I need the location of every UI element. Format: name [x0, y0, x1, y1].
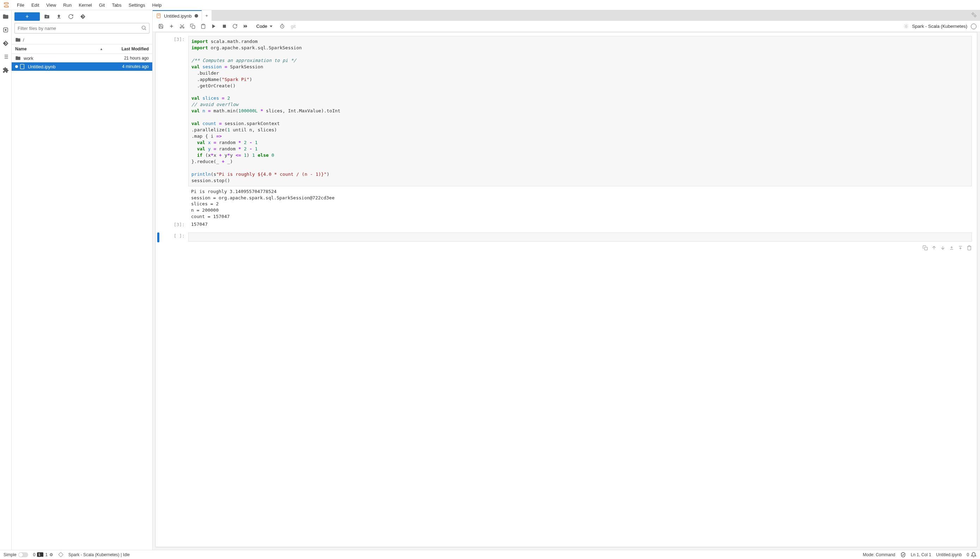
- menu-kernel[interactable]: Kernel: [75, 1, 96, 9]
- insert-below-icon[interactable]: [958, 245, 963, 250]
- file-browser-panel: + / Name▲ Last Modified work21 hours ago…: [12, 10, 153, 550]
- debugger-icon[interactable]: [901, 22, 910, 31]
- timing-icon[interactable]: [277, 22, 287, 31]
- save-icon[interactable]: [156, 22, 165, 31]
- file-modified: 4 minutes ago: [103, 64, 149, 69]
- running-dot: [15, 65, 18, 68]
- git-branch-icon[interactable]: [58, 552, 63, 557]
- status-bar: Simple 0$_1⚙ Spark - Scala (Kubernetes) …: [0, 550, 980, 559]
- active-code-cell[interactable]: [ ]:: [156, 229, 977, 245]
- activity-bar: [0, 10, 12, 550]
- menu-settings[interactable]: Settings: [125, 1, 149, 9]
- svg-marker-32: [245, 25, 247, 28]
- terminals-count[interactable]: 0: [33, 552, 36, 557]
- jupyter-logo[interactable]: [3, 2, 10, 8]
- simple-toggle[interactable]: [18, 552, 28, 557]
- menu-run[interactable]: Run: [60, 1, 75, 9]
- svg-rect-6: [5, 29, 7, 31]
- notebook-icon: [19, 64, 26, 69]
- cut-icon[interactable]: [177, 22, 186, 31]
- copy-icon[interactable]: [188, 22, 197, 31]
- add-cell-icon[interactable]: [167, 22, 176, 31]
- notification-count: 0: [967, 552, 969, 557]
- svg-point-23: [180, 27, 181, 28]
- paste-icon[interactable]: [199, 22, 207, 31]
- svg-rect-35: [925, 247, 927, 250]
- tab-dirty-indicator: [195, 14, 198, 18]
- stdout-output: Pi is roughly 3.140955704778524 session …: [188, 186, 972, 221]
- column-modified-header[interactable]: Last Modified: [103, 46, 149, 51]
- svg-rect-15: [20, 64, 24, 69]
- tab-untitled[interactable]: Untitled.ipynb: [153, 10, 202, 21]
- refresh-icon[interactable]: [66, 12, 76, 21]
- cell-type-select[interactable]: Code: [254, 23, 274, 30]
- menu-view[interactable]: View: [43, 1, 60, 9]
- cursor-position[interactable]: Ln 1, Col 1: [911, 552, 931, 557]
- menu-git[interactable]: Git: [96, 1, 109, 9]
- svg-point-1: [4, 6, 8, 7]
- file-row[interactable]: Untitled.ipynb4 minutes ago: [12, 62, 152, 71]
- delete-cell-icon[interactable]: [967, 245, 972, 250]
- kernel-name[interactable]: Spark - Scala (Kubernetes): [912, 23, 967, 29]
- mode-indicator[interactable]: Mode: Command: [863, 552, 895, 557]
- new-launcher-button[interactable]: +: [15, 12, 40, 21]
- property-inspector-icon[interactable]: [971, 12, 977, 18]
- filter-files-input[interactable]: [15, 23, 149, 33]
- bell-icon[interactable]: [971, 552, 977, 557]
- result-output: 157047: [188, 221, 972, 228]
- breadcrumb-root[interactable]: /: [23, 37, 24, 43]
- svg-rect-27: [192, 26, 195, 28]
- menu-tabs[interactable]: Tabs: [108, 1, 125, 9]
- menu-bar: FileEditViewRunKernelGitTabsSettingsHelp: [0, 0, 980, 10]
- filename-status[interactable]: Untitled.ipynb: [936, 552, 962, 557]
- svg-point-13: [142, 26, 145, 29]
- breadcrumb[interactable]: /: [12, 36, 152, 45]
- cell-collapser[interactable]: [157, 233, 159, 242]
- svg-marker-31: [244, 25, 245, 28]
- file-browser-icon[interactable]: [2, 13, 9, 20]
- extensions-icon[interactable]: [2, 66, 9, 74]
- input-prompt-empty: [ ]:: [161, 233, 188, 241]
- notebook-content: [3]: import scala.math.random import org…: [156, 32, 977, 547]
- restart-run-all-icon[interactable]: [241, 22, 250, 31]
- kernel-status-icon[interactable]: [971, 23, 977, 29]
- code-cell[interactable]: [3]: import scala.math.random import org…: [156, 32, 977, 221]
- run-icon[interactable]: [209, 22, 218, 31]
- add-tab-button[interactable]: +: [202, 10, 212, 21]
- running-icon[interactable]: [2, 26, 9, 33]
- menu-help[interactable]: Help: [149, 1, 165, 9]
- notebook-area: Untitled.ipynb + Code git: [153, 10, 980, 550]
- svg-point-4: [8, 3, 9, 3]
- tab-title: Untitled.ipynb: [164, 13, 192, 19]
- empty-code-input[interactable]: [188, 233, 972, 241]
- file-list: work21 hours agoUntitled.ipynb4 minutes …: [12, 54, 152, 550]
- kernel-status-text[interactable]: Spark - Scala (Kubernetes) | Idle: [68, 552, 130, 557]
- menu-file[interactable]: File: [13, 1, 28, 9]
- notebook-toolbar: Code git Spark - Scala (Kubernetes): [153, 21, 980, 32]
- git-clone-icon[interactable]: [78, 12, 88, 21]
- stop-icon[interactable]: [220, 22, 229, 31]
- lightning-icon: ⚙: [49, 552, 53, 557]
- git-icon[interactable]: [2, 40, 9, 47]
- notebook-icon: [156, 13, 161, 18]
- svg-point-24: [182, 27, 184, 28]
- git-label[interactable]: git: [291, 23, 296, 29]
- svg-line-14: [145, 29, 146, 30]
- code-input-area[interactable]: import scala.math.random import org.apac…: [188, 36, 972, 186]
- kernels-count[interactable]: 1: [45, 552, 48, 557]
- trusted-icon[interactable]: [900, 552, 906, 557]
- move-down-icon[interactable]: [940, 245, 945, 250]
- new-folder-icon[interactable]: [42, 12, 52, 21]
- svg-marker-29: [212, 24, 216, 28]
- column-name-header[interactable]: Name: [15, 46, 27, 51]
- upload-icon[interactable]: [54, 12, 64, 21]
- restart-icon[interactable]: [230, 22, 239, 31]
- file-name: Untitled.ipynb: [28, 64, 103, 69]
- svg-point-0: [4, 2, 8, 4]
- folder-row[interactable]: work21 hours ago: [12, 54, 152, 62]
- menu-edit[interactable]: Edit: [28, 1, 43, 9]
- toc-icon[interactable]: [2, 53, 9, 60]
- duplicate-cell-icon[interactable]: [922, 245, 928, 250]
- insert-above-icon[interactable]: [949, 245, 954, 250]
- move-up-icon[interactable]: [931, 245, 937, 250]
